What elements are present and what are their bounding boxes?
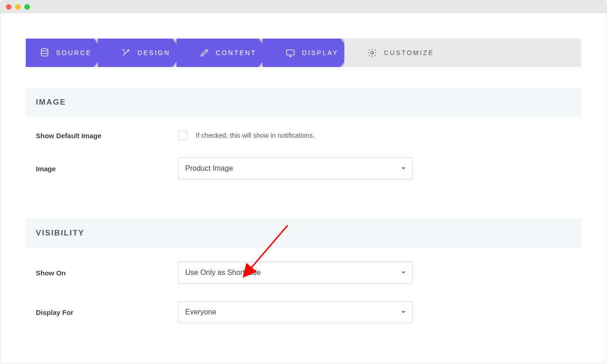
svg-point-2 (371, 51, 374, 54)
wand-icon (121, 48, 131, 58)
maximize-window-button[interactable] (24, 4, 30, 10)
select-show-on[interactable]: Use Only as Shortcode (178, 262, 413, 284)
minimize-window-button[interactable] (15, 4, 21, 10)
select-display-for[interactable]: Everyone (178, 301, 413, 323)
svg-point-0 (41, 49, 48, 51)
select-image-value: Product Image (185, 164, 233, 172)
section-title-visibility: VISIBILITY (26, 218, 581, 248)
row-show-on: Show On Use Only as Shortcode (36, 262, 571, 284)
step-content[interactable]: CONTENT (176, 39, 272, 67)
step-label: SOURCE (56, 49, 92, 56)
section-title-image: IMAGE (26, 88, 581, 117)
select-show-on-value: Use Only as Shortcode (185, 269, 261, 276)
chevron-down-icon (401, 311, 406, 314)
window-titlebar (0, 0, 607, 13)
step-label: CUSTOMIZE (384, 49, 434, 56)
chevron-down-icon (401, 272, 406, 274)
label-show-on: Show On (36, 269, 178, 277)
row-display-for: Display For Everyone (36, 301, 571, 323)
help-show-default-image: If checked, this will show in notificati… (196, 132, 315, 139)
section-image-body: Show Default Image If checked, this will… (26, 117, 581, 198)
section-visibility: VISIBILITY Show On Use Only as Shortcode… (26, 218, 581, 342)
wizard-steps: SOURCE DESIGN CONTENT (26, 39, 581, 67)
step-customize[interactable]: CUSTOMIZE (344, 39, 449, 67)
step-display[interactable]: DISPLAY (262, 39, 354, 67)
select-image[interactable]: Product Image (178, 157, 413, 179)
select-display-for-value: Everyone (185, 308, 216, 316)
label-image: Image (36, 165, 178, 173)
step-label: DISPLAY (302, 49, 338, 56)
close-window-button[interactable] (6, 4, 11, 10)
database-icon (40, 48, 50, 58)
content-area: SOURCE DESIGN CONTENT (0, 13, 607, 342)
row-show-default-image: Show Default Image If checked, this will… (36, 131, 571, 140)
step-design[interactable]: DESIGN (98, 39, 186, 67)
gear-icon (367, 48, 377, 58)
step-source[interactable]: SOURCE (26, 39, 108, 67)
section-visibility-body: Show On Use Only as Shortcode Display Fo… (26, 248, 581, 342)
checkbox-show-default-image[interactable] (178, 131, 187, 140)
step-label: DESIGN (137, 49, 170, 56)
step-label: CONTENT (216, 49, 257, 56)
label-display-for: Display For (36, 308, 178, 316)
pencil-icon (199, 48, 210, 58)
window: SOURCE DESIGN CONTENT (0, 0, 607, 364)
monitor-icon (285, 48, 295, 58)
label-show-default-image: Show Default Image (36, 132, 178, 140)
section-image: IMAGE Show Default Image If checked, thi… (26, 88, 581, 198)
chevron-down-icon (401, 168, 406, 170)
svg-rect-1 (287, 50, 295, 55)
row-image: Image Product Image (36, 157, 571, 179)
